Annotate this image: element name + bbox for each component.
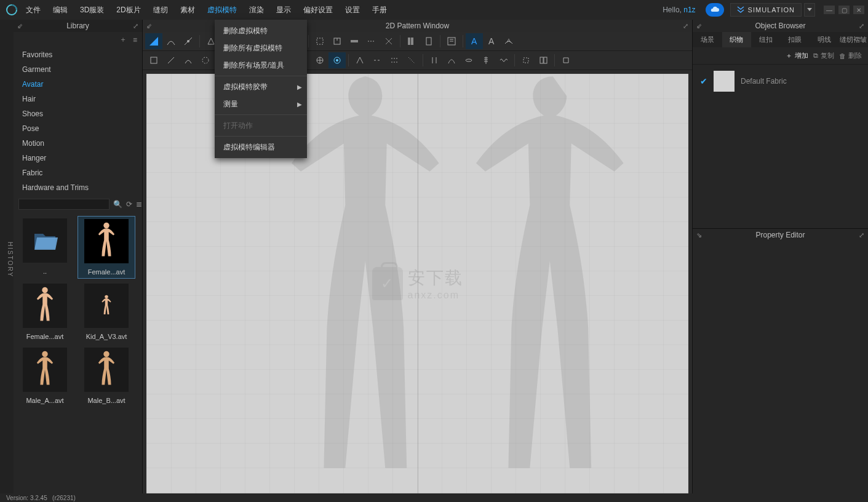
shield-icon: ✓ [372,267,403,300]
library-item-garment[interactable]: Garment [14,62,142,77]
library-item-fabric[interactable]: Fabric [14,165,142,180]
thumb-female-avt[interactable]: Female...avt [16,281,74,343]
menu-avatar[interactable]: 虚拟模特 [201,0,243,20]
grading-active-tool[interactable] [328,52,346,68]
pin-icon[interactable]: ⇙ [17,22,23,30]
library-item-pose[interactable]: Pose [14,121,142,136]
library-item-hanger[interactable]: Hanger [14,151,142,165]
svg-text:A: A [488,36,495,46]
cloud-sync-button[interactable] [706,3,724,17]
list-toggle-icon[interactable]: ≣ [136,199,142,209]
library-item-shoes[interactable]: Shoes [14,106,142,121]
dropdown-item[interactable]: 删除所有场景/道具 [215,57,307,74]
fold-tool[interactable] [380,33,397,49]
popout-icon[interactable]: ⤢ [133,22,138,30]
pin-icon[interactable]: ⇙ [696,22,702,30]
thumb-female-avt[interactable]: Female...avt [78,216,135,279]
button-tool[interactable] [443,52,460,68]
add-point-tool[interactable] [180,33,197,49]
list-view-icon[interactable]: ≡ [133,36,137,44]
basting-tool[interactable] [363,33,380,49]
dropdown-item[interactable]: 删除所有虚拟模特 [215,39,307,57]
search-icon[interactable]: 🔍 [113,199,122,209]
binding-tool[interactable] [420,33,437,49]
refresh-icon[interactable]: ⟳ [126,199,132,209]
menu-render[interactable]: 渲染 [243,0,270,20]
pin-icon[interactable]: ⇘ [696,231,702,239]
menu-sewing[interactable]: 缝纫 [147,0,174,20]
minimize-button[interactable]: — [824,6,835,14]
edit-pattern-tool[interactable] [145,33,162,49]
library-item-favorites[interactable]: Favorites [14,47,142,62]
add-fabric-button[interactable]: ＋ 增加 [786,51,808,60]
menu-display[interactable]: 显示 [270,0,297,20]
text-a-tool[interactable]: A [466,33,483,49]
fold-arrange-tool[interactable] [403,52,420,68]
dropdown-item[interactable]: 测量▶ [215,95,307,113]
copy-fabric-button[interactable]: ⧉ 复制 [813,51,834,60]
maximize-button[interactable]: ▢ [838,6,850,14]
ob-tab-2[interactable]: 纽扣 [751,32,781,47]
close-button[interactable]: ✕ [853,6,864,14]
library-category-list: FavoritesGarmentAvatarHairShoesPoseMotio… [14,47,142,195]
notch-tool[interactable] [328,33,346,49]
history-tab[interactable]: HISTORY [7,242,14,277]
dropdown-item[interactable]: 删除虚拟模特 [215,22,307,39]
edit-pleats-tool[interactable] [351,52,368,68]
simulation-dropdown[interactable] [804,3,815,17]
puckering-tool[interactable] [495,52,512,68]
grainline-tool[interactable] [517,52,535,68]
library-item-motion[interactable]: Motion [14,136,142,151]
edit-curve-tool[interactable] [162,33,180,49]
menu-manual[interactable]: 手册 [366,0,393,20]
library-item-avatar[interactable]: Avatar [14,77,142,92]
popout-icon[interactable]: ⤢ [859,231,864,239]
add-folder-icon[interactable]: ＋ [119,34,127,45]
ob-tab-5[interactable]: 缝纫褶皱 [839,32,869,47]
trace-tool[interactable] [311,33,328,49]
seam-taping-tool[interactable] [346,33,363,49]
pin-icon[interactable]: ⇙ [146,22,152,30]
ob-tab-1[interactable]: 织物 [722,32,752,47]
delete-fabric-button[interactable]: 🗑 删除 [839,51,862,60]
menu-preferences[interactable]: 偏好设置 [297,0,339,20]
library-item-hardware-and-trims[interactable]: Hardware and Trims [14,180,142,195]
thumb-male-a-avt[interactable]: Male_A...avt [16,345,74,407]
buttonhole-tool[interactable] [460,52,477,68]
pleats-sewing-tool[interactable] [386,52,403,68]
button-edit-tool[interactable] [426,52,443,68]
ob-tab-0[interactable]: 场景 [693,32,722,47]
symmetric-tool[interactable] [535,52,552,68]
auto-sewing-tool[interactable] [197,52,214,68]
pleats-fold-tool[interactable] [368,52,386,68]
dropdown-item[interactable]: 虚拟模特胶带▶ [215,78,307,95]
menu-file[interactable]: 文件 [20,0,47,20]
popout-icon[interactable]: ⤢ [683,22,688,30]
dropdown-item[interactable]: 虚拟模特编辑器 [215,138,307,156]
thumb--[interactable]: .. [16,216,74,279]
popout-icon[interactable]: ⤢ [859,22,864,30]
steam-tool[interactable] [557,52,575,68]
menu-material[interactable]: 素材 [174,0,201,20]
segment-sewing-tool[interactable] [162,52,180,68]
piping-tool[interactable] [403,33,420,49]
grading-tool[interactable] [311,52,328,68]
menu-edit[interactable]: 编辑 [47,0,74,20]
curved-text-tool[interactable]: A [500,33,517,49]
free-sewing-tool[interactable] [180,52,197,68]
ob-tab-4[interactable]: 明线 [810,32,839,47]
simulation-button[interactable]: SIMULATION [730,3,802,17]
menu-3d-garment[interactable]: 3D服装 [74,0,110,20]
library-item-hair[interactable]: Hair [14,92,142,106]
thumb-kid-a-v3-avt[interactable]: Kid_A_V3.avt [78,281,135,343]
text-a2-tool[interactable]: A [483,33,500,49]
ob-tab-3[interactable]: 扣眼 [781,32,810,47]
fabric-list-item[interactable]: ✔ Default Fabric [693,65,868,98]
menu-settings[interactable]: 设置 [339,0,366,20]
pattern-annotation-tool[interactable] [443,33,460,49]
sewing-edit-tool[interactable] [145,52,162,68]
thumb-male-b-avt[interactable]: Male_B...avt [78,345,135,407]
zipper-tool[interactable] [477,52,495,68]
library-search-input[interactable] [18,199,109,210]
menu-2d-pattern[interactable]: 2D板片 [110,0,146,20]
